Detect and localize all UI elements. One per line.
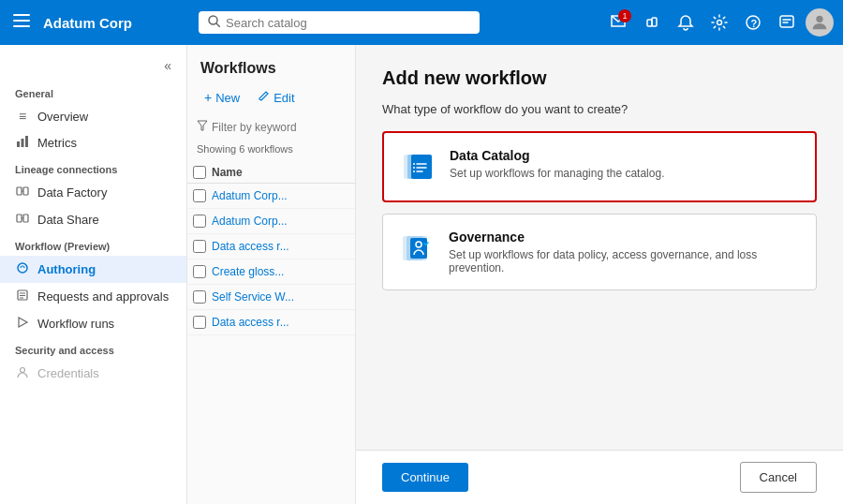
edit-button[interactable]: Edit [251, 87, 302, 109]
sidebar-item-data-factory-label: Data Factory [37, 185, 107, 200]
right-panel: Add new workflow What type of workflow d… [356, 45, 843, 504]
row-checkbox-4[interactable] [193, 290, 206, 304]
search-icon [208, 15, 220, 30]
sidebar-item-overview[interactable]: ≡ Overview [0, 103, 186, 129]
data-catalog-option-icon [399, 148, 436, 185]
sidebar-general-label: General [0, 81, 186, 103]
data-catalog-option-title: Data Catalog [450, 148, 664, 163]
search-bar[interactable] [199, 11, 480, 34]
feedback-icon[interactable] [772, 7, 802, 37]
governance-option-text: Governance Set up workflows for data pol… [449, 230, 801, 274]
showing-count: Showing 6 workflows [187, 141, 355, 162]
svg-point-33 [413, 167, 415, 169]
filter-input[interactable] [212, 121, 346, 134]
svg-rect-13 [22, 139, 24, 147]
data-catalog-option-desc: Set up workflows for managing the catalo… [450, 167, 664, 180]
avatar[interactable] [806, 8, 834, 37]
data-share-icon [15, 212, 30, 228]
edit-icon [259, 91, 270, 105]
workflow-name-5: Data access r... [212, 316, 289, 329]
table-row[interactable]: Create gloss... [187, 259, 355, 285]
workflow-name-2: Data access r... [212, 240, 289, 253]
sidebar-item-workflow-runs-label: Workflow runs [37, 317, 114, 331]
table-row[interactable]: Adatum Corp... [187, 209, 355, 234]
sidebar-item-data-share[interactable]: Data Share [0, 206, 186, 233]
sidebar-item-overview-label: Overview [37, 110, 88, 124]
dialog-option-governance[interactable]: Governance Set up workflows for data pol… [382, 214, 817, 290]
middle-panel: Workflows + New Edit [187, 45, 356, 504]
hamburger-icon[interactable] [9, 8, 34, 37]
row-checkbox-1[interactable] [193, 215, 206, 228]
new-button[interactable]: + New [197, 86, 247, 109]
main-layout: « General ≡ Overview Metrics Lineage con… [0, 45, 843, 504]
svg-rect-16 [23, 187, 28, 195]
table-row[interactable]: Self Service W... [187, 285, 355, 310]
svg-rect-15 [17, 187, 22, 195]
dialog-option-data-catalog[interactable]: Data Catalog Set up workflows for managi… [382, 131, 817, 202]
dialog-title: Add new workflow [382, 67, 817, 89]
cancel-button[interactable]: Cancel [740, 462, 817, 493]
filter-bar [187, 116, 355, 141]
sidebar-item-workflow-runs[interactable]: Workflow runs [0, 310, 186, 337]
metrics-icon [15, 135, 30, 151]
workflow-name-0: Adatum Corp... [212, 189, 288, 202]
sidebar-item-credentials[interactable]: Credentials [0, 360, 186, 387]
table-row[interactable]: Data access r... [187, 310, 355, 335]
sidebar-item-credentials-label: Credentials [37, 366, 99, 380]
governance-option-desc: Set up workflows for data policy, access… [449, 248, 801, 274]
svg-rect-10 [780, 16, 793, 27]
filter-icon [197, 120, 208, 134]
sidebar-item-authoring[interactable]: Authoring [0, 256, 186, 283]
sidebar-item-data-factory[interactable]: Data Factory [0, 179, 186, 206]
table-row[interactable]: Adatum Corp... [187, 184, 355, 209]
svg-rect-6 [652, 18, 657, 26]
dialog-question: What type of workflow do you want to cre… [382, 102, 817, 116]
svg-point-21 [18, 263, 27, 273]
topbar: Adatum Corp 1 [0, 0, 843, 45]
svg-point-27 [21, 368, 25, 373]
workflow-name-4: Self Service W... [212, 290, 294, 304]
row-checkbox-3[interactable] [193, 265, 206, 278]
svg-rect-19 [23, 215, 28, 222]
middle-panel-header: Workflows [187, 45, 355, 86]
sidebar-lineage-label: Lineage connections [0, 156, 186, 179]
help-icon[interactable]: ? [738, 7, 768, 37]
workflow-list-header: Name [187, 162, 355, 184]
governance-option-title: Governance [449, 230, 801, 245]
authoring-icon [15, 261, 30, 277]
svg-rect-31 [411, 155, 432, 179]
row-checkbox-5[interactable] [193, 316, 206, 329]
middle-panel-actions: + New Edit [187, 86, 355, 116]
row-checkbox-2[interactable] [193, 240, 206, 253]
message-icon[interactable]: 1 [603, 7, 633, 37]
continue-button[interactable]: Continue [382, 463, 468, 492]
row-checkbox-0[interactable] [193, 189, 206, 202]
sidebar-item-data-share-label: Data Share [37, 213, 99, 227]
table-row[interactable]: Data access r... [187, 234, 355, 259]
broadcast-icon[interactable] [637, 7, 667, 37]
workflow-name-1: Adatum Corp... [212, 215, 288, 228]
svg-rect-2 [13, 25, 30, 27]
workflow-name-3: Create gloss... [212, 265, 284, 278]
svg-point-34 [413, 170, 415, 172]
name-column-header: Name [212, 166, 243, 179]
sidebar-item-metrics[interactable]: Metrics [0, 129, 186, 156]
requests-icon [15, 289, 30, 304]
dialog-area: Add new workflow What type of workflow d… [356, 45, 843, 450]
search-input[interactable] [226, 16, 470, 30]
sidebar-collapse-btn[interactable]: « [156, 54, 179, 77]
new-label: New [215, 91, 240, 105]
svg-marker-26 [19, 318, 27, 327]
sidebar-item-requests[interactable]: Requests and approvals [0, 283, 186, 310]
svg-rect-14 [25, 136, 28, 147]
settings-icon[interactable] [704, 7, 734, 37]
plus-icon: + [204, 90, 212, 105]
svg-rect-0 [13, 14, 30, 16]
app-title: Adatum Corp [43, 15, 132, 31]
credentials-icon [15, 365, 30, 381]
bell-icon[interactable] [671, 7, 701, 37]
data-catalog-option-text: Data Catalog Set up workflows for managi… [450, 148, 664, 180]
select-all-checkbox[interactable] [193, 166, 206, 179]
svg-line-4 [216, 23, 220, 27]
sidebar-security-label: Security and access [0, 337, 186, 360]
